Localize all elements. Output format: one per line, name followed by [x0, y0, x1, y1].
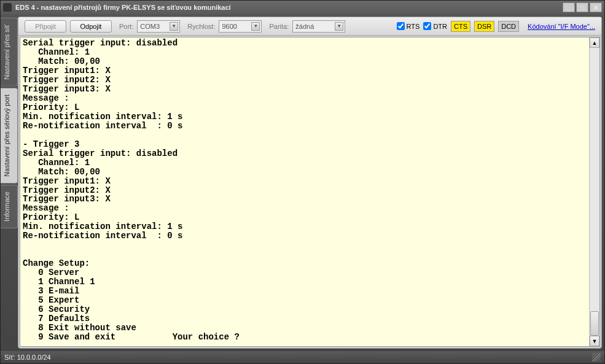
statusbar: Síť: 10.0.0.0/24 [1, 351, 604, 363]
vertical-tabs: Nastavení přes síť Nastavení přes sériov… [1, 14, 18, 351]
scroll-down-button[interactable]: ▼ [590, 336, 599, 346]
scroll-track[interactable] [590, 48, 599, 336]
speed-value: 9600 [222, 23, 236, 30]
encoding-link[interactable]: Kódování "I/F Mode"... [528, 23, 595, 30]
maximize-button[interactable]: □ [576, 2, 588, 12]
tab-network[interactable]: Nastavení přes síť [1, 18, 18, 87]
dsr-indicator: DSR [474, 21, 494, 32]
tab-info[interactable]: Informace [1, 185, 18, 228]
terminal-area: Serial trigger input: disabled Channel: … [20, 37, 600, 347]
rts-checkbox[interactable]: RTS [397, 22, 420, 30]
parity-label: Parita: [269, 23, 289, 30]
scrollbar[interactable]: ▲ ▼ [589, 37, 599, 346]
titlebar: EDS 4 - nastavení přístrojů firmy PK-ELS… [1, 1, 604, 14]
scroll-up-button[interactable]: ▲ [590, 37, 599, 48]
port-label: Port: [119, 23, 133, 30]
dcd-indicator: DCD [498, 21, 519, 32]
connect-button[interactable]: Připojit [25, 20, 66, 33]
terminal-output[interactable]: Serial trigger input: disabled Channel: … [20, 37, 589, 346]
port-select[interactable]: COM3 ▼ [137, 20, 180, 33]
chevron-down-icon: ▼ [251, 22, 260, 31]
speed-label: Rychlost: [187, 23, 215, 30]
window-title: EDS 4 - nastavení přístrojů firmy PK-ELS… [15, 4, 563, 11]
minimize-button[interactable]: _ [563, 2, 575, 12]
port-value: COM3 [140, 23, 160, 30]
scroll-thumb[interactable] [590, 311, 599, 336]
app-icon [3, 3, 12, 12]
close-button[interactable]: ✕ [590, 2, 602, 12]
parity-value: žádná [295, 23, 314, 30]
disconnect-button[interactable]: Odpojit [70, 20, 112, 33]
tab-serial[interactable]: Nastavení přes sériový port [1, 88, 18, 184]
status-network: Síť: 10.0.0.0/24 [4, 354, 51, 361]
toolbar: Připojit Odpojit Port: COM3 ▼ Rychlost: … [18, 17, 601, 36]
parity-select[interactable]: žádná ▼ [292, 20, 345, 33]
rts-input[interactable] [397, 22, 405, 30]
chevron-down-icon: ▼ [170, 22, 178, 31]
chevron-down-icon: ▼ [335, 22, 343, 31]
resize-grip-icon[interactable] [592, 353, 601, 362]
speed-select[interactable]: 9600 ▼ [219, 20, 262, 33]
dtr-checkbox[interactable]: DTR [423, 22, 447, 30]
content-panel: Připojit Odpojit Port: COM3 ▼ Rychlost: … [18, 17, 602, 349]
dtr-input[interactable] [423, 22, 431, 30]
cts-indicator: CTS [451, 21, 470, 32]
